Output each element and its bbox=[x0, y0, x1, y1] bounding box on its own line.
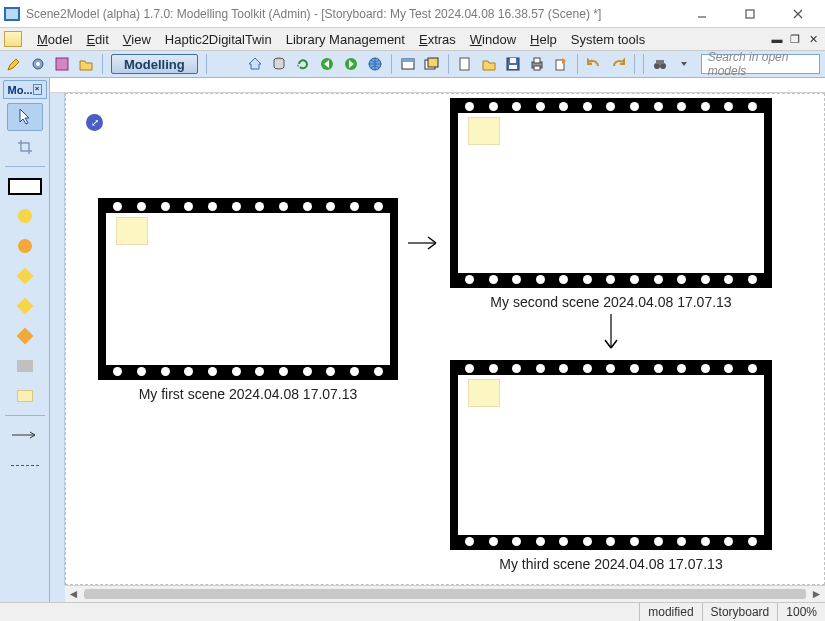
menu-view[interactable]: View bbox=[116, 30, 158, 49]
folder-open-icon[interactable] bbox=[75, 53, 97, 75]
pointer-tool[interactable] bbox=[7, 103, 43, 131]
menu-window[interactable]: Window bbox=[463, 30, 523, 49]
menu-help[interactable]: Help bbox=[523, 30, 564, 49]
connector-arrow[interactable] bbox=[602, 312, 620, 358]
close-button[interactable] bbox=[783, 4, 813, 24]
forward-icon[interactable] bbox=[340, 53, 362, 75]
scene-label: My second scene 2024.04.08 17.07.13 bbox=[450, 294, 772, 310]
palette-tab[interactable]: Mo...× bbox=[3, 80, 47, 99]
mode-indicator: Modelling bbox=[111, 54, 198, 74]
square-gray-tool[interactable] bbox=[7, 352, 43, 380]
world-icon[interactable] bbox=[364, 53, 386, 75]
svg-rect-1 bbox=[746, 10, 754, 18]
circle-orange-tool[interactable] bbox=[7, 232, 43, 260]
diamond-orange-tool[interactable] bbox=[7, 322, 43, 350]
arrow-tool[interactable] bbox=[7, 421, 43, 449]
mdi-minimize-button[interactable]: ▬ bbox=[769, 32, 785, 46]
scrollbar-horizontal[interactable]: ◄ ► bbox=[50, 585, 825, 602]
circle-yellow-tool[interactable] bbox=[7, 202, 43, 230]
tool-palette: Mo...× bbox=[0, 78, 50, 602]
svg-point-5 bbox=[36, 62, 40, 66]
mdi-close-button[interactable]: ✕ bbox=[805, 32, 821, 46]
print-icon[interactable] bbox=[526, 53, 548, 75]
scene-node[interactable]: My first scene 2024.04.08 17.07.13 bbox=[98, 198, 398, 402]
database-icon[interactable] bbox=[268, 53, 290, 75]
home-icon[interactable] bbox=[244, 53, 266, 75]
svg-rect-20 bbox=[534, 58, 540, 63]
search-dropdown-icon[interactable] bbox=[673, 53, 695, 75]
canvas[interactable]: My first scene 2024.04.08 17.07.13 My se… bbox=[65, 93, 825, 585]
menu-model[interactable]: Model bbox=[30, 30, 79, 49]
pencil-icon[interactable] bbox=[3, 53, 25, 75]
ruler-horizontal bbox=[50, 78, 825, 93]
gear-icon[interactable] bbox=[27, 53, 49, 75]
svg-rect-6 bbox=[56, 58, 68, 70]
zoom-handle-icon[interactable] bbox=[86, 114, 103, 131]
toolbar: Modelling Search in open models bbox=[0, 51, 825, 78]
dashed-line-tool[interactable] bbox=[7, 451, 43, 479]
close-icon[interactable]: × bbox=[33, 84, 42, 95]
ruler-vertical bbox=[50, 93, 65, 585]
svg-rect-17 bbox=[510, 58, 516, 63]
status-type: Storyboard bbox=[702, 603, 778, 621]
scene-node[interactable]: My second scene 2024.04.08 17.07.13 bbox=[450, 98, 772, 310]
statusbar: modified Storyboard 100% bbox=[0, 602, 825, 621]
sticky-note-icon bbox=[468, 117, 500, 145]
export-icon[interactable] bbox=[550, 53, 572, 75]
menu-system[interactable]: System tools bbox=[564, 30, 652, 49]
menu-extras[interactable]: Extras bbox=[412, 30, 463, 49]
scroll-right-icon[interactable]: ► bbox=[808, 587, 825, 602]
menu-library[interactable]: Library Management bbox=[279, 30, 412, 49]
binoculars-icon[interactable] bbox=[649, 53, 671, 75]
scene-frame bbox=[458, 375, 764, 535]
svg-rect-21 bbox=[534, 66, 540, 70]
refresh-icon[interactable] bbox=[292, 53, 314, 75]
diamond-yellow-tool[interactable] bbox=[7, 262, 43, 290]
scene-frame bbox=[106, 213, 390, 365]
menu-haptic[interactable]: Haptic2DigitalTwin bbox=[158, 30, 279, 49]
crop-tool[interactable] bbox=[7, 133, 43, 161]
status-zoom[interactable]: 100% bbox=[777, 603, 825, 621]
card-icon[interactable] bbox=[397, 53, 419, 75]
scene-node[interactable]: My third scene 2024.04.08 17.07.13 bbox=[450, 360, 772, 572]
connector-arrow[interactable] bbox=[406, 234, 446, 252]
app-icon bbox=[4, 7, 20, 21]
open-icon[interactable] bbox=[478, 53, 500, 75]
window-titlebar: Scene2Model (alpha) 1.7.0: Modelling Too… bbox=[0, 0, 825, 28]
sticky-note-icon bbox=[468, 379, 500, 407]
window-title: Scene2Model (alpha) 1.7.0: Modelling Too… bbox=[26, 7, 687, 21]
rect-tool[interactable] bbox=[7, 172, 43, 200]
scene-label: My first scene 2024.04.08 17.07.13 bbox=[98, 386, 398, 402]
diamond-yellow2-tool[interactable] bbox=[7, 292, 43, 320]
scene-frame bbox=[458, 113, 764, 273]
doc-icon bbox=[4, 31, 22, 47]
save-icon[interactable] bbox=[502, 53, 524, 75]
status-modified: modified bbox=[639, 603, 701, 621]
puzzle-icon[interactable] bbox=[51, 53, 73, 75]
square-cream-tool[interactable] bbox=[7, 382, 43, 410]
svg-rect-15 bbox=[460, 58, 469, 70]
svg-rect-18 bbox=[509, 65, 517, 69]
scroll-left-icon[interactable]: ◄ bbox=[65, 587, 82, 602]
svg-rect-12 bbox=[402, 59, 414, 62]
scene-label: My third scene 2024.04.08 17.07.13 bbox=[450, 556, 772, 572]
menubar: Model Edit View Haptic2DigitalTwin Libra… bbox=[0, 28, 825, 51]
search-input[interactable]: Search in open models bbox=[701, 54, 820, 74]
redo-icon[interactable] bbox=[607, 53, 629, 75]
sticky-note-icon bbox=[116, 217, 148, 245]
mdi-restore-button[interactable]: ❐ bbox=[787, 32, 803, 46]
minimize-button[interactable] bbox=[687, 4, 717, 24]
svg-rect-25 bbox=[656, 60, 664, 64]
back-icon[interactable] bbox=[316, 53, 338, 75]
maximize-button[interactable] bbox=[735, 4, 765, 24]
svg-rect-14 bbox=[428, 58, 438, 67]
undo-icon[interactable] bbox=[583, 53, 605, 75]
menu-edit[interactable]: Edit bbox=[79, 30, 115, 49]
cards-icon[interactable] bbox=[421, 53, 443, 75]
new-icon[interactable] bbox=[454, 53, 476, 75]
